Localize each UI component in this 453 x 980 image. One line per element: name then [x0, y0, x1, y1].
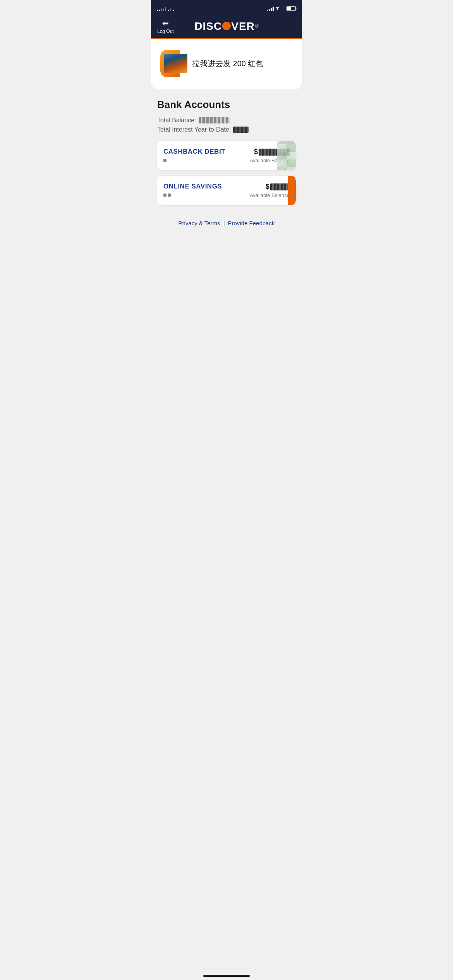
logout-icon: ⬅: [162, 19, 169, 28]
notification-text: 拉我进去发 200 红包: [192, 58, 263, 69]
signal-bar-1: [157, 10, 158, 11]
logout-button[interactable]: ⬅ Log Out: [157, 19, 174, 34]
cashback-card-name: CASHBACK DEBIT: [163, 148, 250, 156]
savings-balance-label: Available Balance: [250, 192, 290, 198]
signal-bar-4: [163, 9, 164, 11]
status-right-icons: ▾⌒: [267, 5, 296, 12]
signal-bar-3: [161, 9, 162, 11]
dot1: [163, 159, 166, 162]
total-balance-value: [199, 117, 230, 123]
feedback-link[interactable]: Provide Feedback: [228, 220, 275, 226]
savings-balance-value: [270, 183, 290, 190]
cellular-signal: [157, 6, 174, 11]
sig-r1: [267, 10, 268, 11]
cellular-signal-right: [267, 6, 274, 11]
cashback-card-decoration: [277, 141, 296, 170]
footer-divider: |: [223, 220, 225, 226]
notification-image: [164, 54, 187, 73]
signal-bar-2: [159, 10, 160, 11]
privacy-terms-link[interactable]: Privacy & Terms: [178, 220, 220, 226]
cashback-card-number: [163, 159, 250, 162]
cashback-dollar-sign: $: [254, 148, 258, 156]
total-interest-row: Total Interest Year-to-Date:: [157, 126, 296, 133]
status-bar: ▾⌒: [151, 0, 302, 17]
logo-text-before: DISC: [194, 20, 222, 33]
signal-bar-5: [165, 7, 166, 11]
total-interest-label: Total Interest Year-to-Date:: [157, 126, 231, 133]
total-balance-row: Total Balance:: [157, 117, 296, 124]
cashback-card-left: CASHBACK DEBIT: [163, 148, 250, 162]
signal-bar-7: [170, 9, 171, 11]
triangle-pattern-svg: [277, 141, 296, 170]
total-balance-label: Total Balance:: [157, 117, 196, 124]
sig-r2: [269, 9, 270, 11]
logo-trademark: ®: [255, 24, 259, 29]
savings-dot1: [163, 194, 166, 197]
savings-dot2: [168, 194, 171, 197]
cashback-debit-card[interactable]: CASHBACK DEBIT $ Available Balance: [157, 141, 296, 170]
savings-balance: $: [250, 183, 290, 191]
signal-area: [157, 6, 174, 11]
discover-logo: DISC VER ®: [194, 20, 258, 33]
main-content: Bank Accounts Total Balance: Total Inter…: [151, 91, 302, 243]
savings-card-number: [163, 194, 250, 197]
app-header: ⬅ Log Out DISC VER ®: [151, 17, 302, 39]
footer-links: Privacy & Terms | Provide Feedback: [157, 211, 296, 236]
signal-bar-6: [168, 10, 169, 11]
battery-fill: [287, 7, 291, 10]
sig-r3: [271, 8, 272, 11]
battery-icon: [287, 6, 296, 11]
total-interest-value: [233, 127, 249, 133]
online-savings-card[interactable]: ONLINE SAVINGS $ Available Balance: [157, 176, 296, 205]
savings-card-name: ONLINE SAVINGS: [163, 183, 250, 190]
savings-dollar-sign: $: [266, 183, 269, 191]
logo-orange-dot: [222, 22, 231, 30]
section-title: Bank Accounts: [157, 99, 296, 111]
sig-r4: [273, 7, 274, 11]
signal-bar-8: [173, 10, 174, 11]
savings-card-accent: [288, 176, 296, 205]
balance-info: Total Balance: Total Interest Year-to-Da…: [157, 117, 296, 133]
wifi-icon: ▾⌒: [276, 5, 284, 12]
notification-banner[interactable]: 拉我进去发 200 红包: [160, 50, 293, 77]
logout-label[interactable]: Log Out: [157, 29, 174, 34]
notification-img-inner: [164, 54, 187, 73]
logo-text-after: VER: [231, 20, 255, 33]
savings-card-left: ONLINE SAVINGS: [163, 183, 250, 197]
savings-card-right: $ Available Balance: [250, 183, 290, 198]
